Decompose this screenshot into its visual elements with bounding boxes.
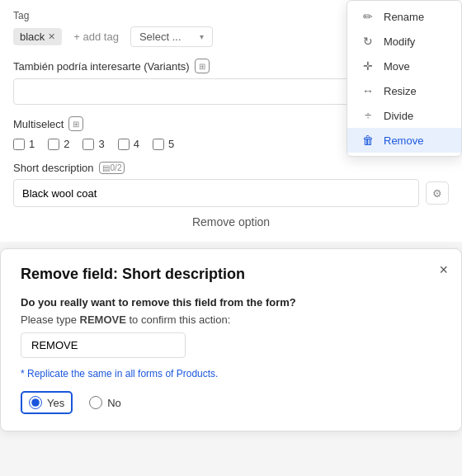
short-desc-row: Short description ▤ 0/2	[13, 162, 449, 174]
menu-item-remove[interactable]: 🗑 Remove	[347, 128, 461, 153]
short-desc-input[interactable]	[13, 179, 419, 207]
dialog-close-button[interactable]: ×	[439, 262, 448, 277]
checkbox-item-5[interactable]: 5	[153, 138, 174, 150]
variants-label: También podría interesarte (Variants)	[13, 60, 190, 73]
dialog-question: Do you really want to remove this field …	[21, 296, 441, 309]
chevron-down-icon: ▾	[200, 32, 204, 41]
checkbox-label-1: 1	[29, 138, 35, 150]
menu-item-move[interactable]: ✛ Move	[347, 54, 461, 78]
short-desc-msg-icon: ▤ 0/2	[99, 162, 125, 174]
remove-option-text: Remove option	[13, 207, 449, 232]
dialog-instruction: Please type REMOVE to confirm this actio…	[21, 313, 441, 326]
dialog-instruction-suffix: to confirm this action:	[126, 313, 230, 326]
radio-yes-wrapper: Yes	[21, 391, 73, 414]
tag-select-dropdown[interactable]: Select ... ▾	[130, 26, 213, 47]
checkbox-label-2: 2	[64, 138, 69, 150]
dialog-title: Remove field: Short description	[21, 266, 441, 283]
add-tag-button[interactable]: + add tag	[68, 28, 124, 45]
short-desc-gear-button[interactable]: ⚙	[426, 181, 449, 205]
menu-item-divide[interactable]: ÷ Divide	[347, 103, 461, 128]
dialog-instruction-prefix: Please type	[21, 313, 80, 326]
tag-chip-value: black	[20, 31, 45, 43]
menu-item-move-label: Move	[384, 60, 410, 73]
menu-item-remove-label: Remove	[384, 134, 423, 147]
checkbox-4[interactable]	[118, 139, 130, 150]
checkbox-item-1[interactable]: 1	[13, 138, 35, 150]
short-desc-label: Short description	[13, 162, 94, 174]
checkbox-1[interactable]	[13, 139, 25, 150]
remove-icon: 🗑	[361, 134, 375, 147]
dialog-confirm-input[interactable]	[21, 332, 186, 358]
tag-chip[interactable]: black ✕	[13, 28, 62, 45]
multiselect-info-icon[interactable]: ⊞	[68, 116, 83, 131]
menu-item-resize[interactable]: ↔ Resize	[347, 78, 461, 103]
rename-icon: ✏	[361, 10, 375, 23]
menu-item-modify[interactable]: ↻ Modify	[347, 29, 461, 54]
remove-field-dialog: Remove field: Short description × Do you…	[0, 248, 462, 431]
radio-no[interactable]	[89, 396, 102, 409]
short-desc-badge: 0/2	[111, 163, 122, 172]
menu-item-rename-label: Rename	[384, 11, 424, 23]
dialog-replicate-note: * Replicate the same in all forms of Pro…	[21, 368, 441, 379]
radio-no-item[interactable]: No	[89, 396, 121, 409]
menu-item-resize-label: Resize	[384, 85, 417, 97]
radio-no-label: No	[107, 397, 121, 409]
divide-icon: ÷	[361, 109, 375, 122]
context-menu: ✏ Rename ↻ Modify ✛ Move ↔ Resize ÷ Divi…	[346, 0, 462, 157]
main-content: Tag black ✕ + add tag Select ... ▾ ✏ Ren…	[0, 0, 462, 242]
variants-info-icon[interactable]: ⊞	[195, 59, 210, 73]
gear-icon: ⚙	[432, 187, 442, 200]
checkbox-item-2[interactable]: 2	[48, 138, 69, 150]
menu-item-rename[interactable]: ✏ Rename	[347, 4, 461, 29]
radio-yes-item[interactable]: Yes	[29, 396, 64, 409]
checkbox-label-4: 4	[134, 138, 139, 150]
menu-item-divide-label: Divide	[384, 110, 413, 122]
dialog-instruction-keyword: REMOVE	[80, 313, 126, 326]
move-icon: ✛	[361, 59, 375, 73]
modify-icon: ↻	[361, 35, 375, 48]
menu-item-modify-label: Modify	[384, 35, 415, 48]
multiselect-label: Multiselect	[13, 118, 64, 130]
radio-yes-label: Yes	[47, 397, 64, 409]
short-desc-field-row: ⚙	[13, 179, 449, 207]
tag-select-label: Select ...	[139, 31, 182, 43]
checkbox-2[interactable]	[48, 139, 59, 150]
checkbox-label-5: 5	[168, 138, 174, 150]
checkbox-5[interactable]	[153, 139, 164, 150]
checkbox-label-3: 3	[98, 138, 104, 150]
resize-icon: ↔	[361, 84, 375, 97]
checkbox-item-3[interactable]: 3	[82, 138, 104, 150]
radio-row: Yes No	[21, 391, 441, 414]
checkbox-item-4[interactable]: 4	[118, 138, 139, 150]
checkbox-3[interactable]	[82, 139, 94, 150]
radio-yes[interactable]	[29, 396, 42, 409]
tag-chip-close[interactable]: ✕	[48, 31, 55, 42]
